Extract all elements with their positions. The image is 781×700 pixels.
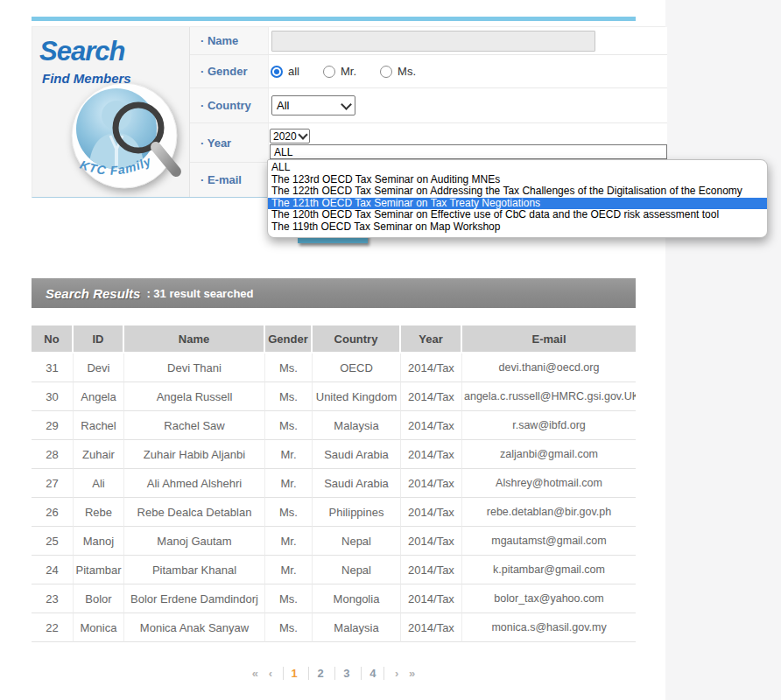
cell-year: 2014/Tax: [401, 556, 462, 584]
year-label: · Year: [190, 123, 269, 162]
cell-country: OECD: [313, 354, 401, 382]
cell-email: angela.c.russell@HMRC.gsi.gov.UK: [462, 382, 636, 411]
form-row-gender: · Gender all Mr.: [190, 55, 667, 88]
table-row: 26 Rebe Rebe Dealca Detablan Ms. Philipp…: [32, 498, 636, 527]
table-header-cell: No: [32, 326, 74, 354]
cell-id: Monica: [74, 613, 124, 642]
cell-id: Ali: [74, 469, 124, 498]
radio-icon[interactable]: [323, 66, 335, 78]
gender-radio-option[interactable]: all: [271, 65, 299, 78]
cell-email: zaljanbi@gmail.com: [462, 440, 636, 469]
gender-radio-option[interactable]: Mr.: [323, 65, 356, 78]
cell-year: 2014/Tax: [401, 440, 462, 469]
cell-id: Bolor: [74, 584, 124, 613]
form-row-name: · Name: [190, 27, 667, 55]
dropdown-option[interactable]: The 123rd OECD Tax Seminar on Auditing M…: [268, 174, 767, 186]
search-logo: KTC Family Search Find Members: [32, 27, 190, 197]
name-label: · Name: [190, 27, 269, 54]
pagination: « ‹ 1 2 3 4 › »: [32, 667, 636, 680]
cell-gender: Ms.: [265, 411, 313, 440]
dropdown-option[interactable]: The 120th OECD Tax Seminar on Effective …: [268, 209, 767, 221]
cell-email: r.saw@ibfd.org: [462, 411, 636, 440]
table-row: 28 Zuhair Zuhair Habib Aljanbi Mr. Saudi…: [32, 440, 636, 469]
country-select[interactable]: All: [271, 95, 355, 116]
results-header-bar: Search Results : 31 result searched: [32, 278, 636, 308]
cell-name: Monica Anak Sanyaw: [124, 613, 265, 642]
table-row: 23 Bolor Bolor Erdene Damdindorj Ms. Mon…: [32, 584, 636, 613]
logo-subtitle: Find Members: [42, 71, 131, 86]
page-number[interactable]: 2: [308, 667, 331, 680]
results-title: Search Results: [46, 286, 140, 301]
seminar-select[interactable]: ALL: [270, 144, 667, 159]
cell-name: Zuhair Habib Aljanbi: [124, 440, 265, 469]
radio-icon[interactable]: [380, 66, 392, 78]
cell-no: 28: [32, 440, 74, 469]
cell-email: bolor_tax@yahoo.com: [462, 584, 636, 613]
cell-year: 2014/Tax: [401, 613, 462, 642]
cell-no: 31: [32, 354, 74, 382]
table-header-cell: Year: [401, 326, 462, 354]
table-row: 29 Rachel Rachel Saw Ms. Malaysia 2014/T…: [32, 411, 636, 440]
seminar-dropdown-popup: ALL The 123rd OECD Tax Seminar on Auditi…: [267, 159, 768, 238]
radio-icon[interactable]: [271, 66, 283, 78]
dropdown-option[interactable]: The 122th OECD Tax Seminar on Addressing…: [268, 186, 767, 198]
cell-gender: Ms.: [265, 613, 313, 642]
cell-country: Nepal: [313, 527, 401, 556]
page-number[interactable]: 1: [283, 667, 306, 680]
page: KTC Family Search Find Members · Name · …: [0, 0, 781, 700]
cell-name: Manoj Gautam: [124, 527, 265, 556]
country-select-value: All: [277, 99, 289, 112]
prev-page-button[interactable]: ‹: [269, 667, 272, 680]
name-input[interactable]: [271, 31, 595, 52]
table-row: 24 Pitambar Pitambar Khanal Mr. Nepal 20…: [32, 556, 636, 584]
dropdown-option[interactable]: The 121th OECD Tax Seminar on Tax Treaty…: [268, 198, 767, 210]
cell-gender: Ms.: [265, 354, 313, 382]
page-number-list: 1 2 3 4: [283, 667, 385, 680]
table-row: 30 Angela Angela Russell Ms. United King…: [32, 382, 636, 411]
cell-id: Angela: [74, 382, 124, 411]
cell-id: Rachel: [74, 411, 124, 440]
cell-email: devi.thani@oecd.org: [462, 354, 636, 382]
cell-gender: Ms.: [265, 498, 313, 527]
cell-gender: Mr.: [265, 527, 313, 556]
cell-country: Saudi Arabia: [313, 440, 401, 469]
cell-name: Ali Ahmed Alshehri: [124, 469, 265, 498]
table-header-cell: Name: [124, 326, 265, 354]
table-header-cell: E-mail: [462, 326, 636, 354]
first-page-button[interactable]: «: [252, 667, 258, 680]
cell-country: Philippines: [313, 498, 401, 527]
cell-country: Malaysia: [313, 411, 401, 440]
cell-id: Pitambar: [74, 556, 124, 584]
table-body: 31 Devi Devi Thani Ms. OECD 2014/Tax dev…: [32, 354, 636, 642]
cell-no: 30: [32, 382, 74, 411]
cell-no: 26: [32, 498, 74, 527]
chevron-down-icon: [341, 99, 352, 110]
table-row: 31 Devi Devi Thani Ms. OECD 2014/Tax dev…: [32, 354, 636, 382]
page-number[interactable]: 4: [361, 667, 384, 680]
table-row: 22 Monica Monica Anak Sanyaw Ms. Malaysi…: [32, 613, 636, 642]
cell-gender: Ms.: [265, 584, 313, 613]
page-number[interactable]: 3: [334, 667, 357, 680]
dropdown-option[interactable]: ALL: [268, 162, 767, 174]
cell-no: 25: [32, 527, 74, 556]
cell-year: 2014/Tax: [401, 498, 462, 527]
top-accent-bar: [32, 17, 636, 21]
dropdown-option[interactable]: The 119th OECD Tax Seminar on Map Worksh…: [268, 221, 767, 234]
cell-no: 24: [32, 556, 74, 584]
radio-label: all: [288, 65, 299, 78]
cell-no: 29: [32, 411, 74, 440]
table-row: 25 Manoj Manoj Gautam Mr. Nepal 2014/Tax…: [32, 527, 636, 556]
cell-no: 27: [32, 469, 74, 498]
results-table: NoIDNameGenderCountryYearE-mail 31 Devi …: [32, 326, 636, 642]
next-page-button[interactable]: ›: [395, 667, 398, 680]
cell-email: monica.s@hasil.gov.my: [462, 613, 636, 642]
cell-email: k.pitambar@gmail.com: [462, 556, 636, 584]
cell-email: rebe.detablan@bir.gov.ph: [462, 498, 636, 527]
gender-radio-option[interactable]: Ms.: [380, 65, 416, 78]
gender-options: all Mr. Ms.: [269, 55, 667, 88]
cell-name: Pitambar Khanal: [124, 556, 265, 584]
year-select[interactable]: 2020: [270, 129, 310, 144]
last-page-button[interactable]: »: [409, 667, 415, 680]
table-header-cell: Gender: [265, 326, 313, 354]
form-row-country: · Country All: [190, 88, 667, 123]
